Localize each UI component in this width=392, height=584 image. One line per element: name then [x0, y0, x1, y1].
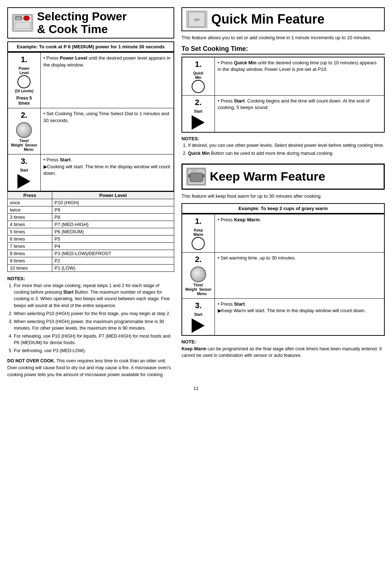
table-row: 1. QuickMin • Press Quick Min until the … — [182, 57, 384, 96]
table-row: 2. Start • Press Start. Cooking begins a… — [182, 95, 384, 132]
kw-step-content-1: • Press Keep Warm. — [215, 214, 384, 253]
table-row: 3 timesP8 — [8, 214, 174, 221]
quick-min-button-icon — [192, 80, 205, 93]
qm-start-icon — [192, 115, 205, 130]
keep-warm-example-box: Example: To keep 2 cups of gravy warm — [181, 203, 385, 214]
svg-rect-4 — [15, 22, 30, 29]
step-num-1: 1. PowerLevel (10 Levels) Press 5 times — [8, 52, 40, 108]
quick-min-notes: NOTES: If desired, you can use other pow… — [181, 136, 385, 157]
selecting-power-title: Selecting Power & Cook Time — [37, 10, 127, 36]
list-item: For defrosting, use P3 (MED-LOW). — [14, 347, 174, 354]
page-number: 11 — [7, 386, 385, 391]
keep-warm-icon — [186, 168, 206, 186]
list-item: When selecting P10 (HIGH) power, the max… — [14, 318, 174, 331]
table-row: 7 timesP4 — [8, 243, 174, 250]
qm-notes-list: If desired, you can use other power leve… — [188, 142, 385, 157]
kw-step-num-2: 2. Time/Weight Sensor Menu — [182, 253, 215, 299]
list-item: Quick Min Button can be used to add more… — [188, 150, 385, 157]
table-row: 3. Start • Press Start. ▶Keep Warm will … — [182, 299, 384, 336]
table-row: 6 timesP5 — [8, 235, 174, 243]
page-number-value: 11 — [193, 386, 199, 391]
do-not-cook-label: DO NOT OVER COOK. — [7, 358, 55, 363]
quick-min-header: QM Quick Min Feature — [181, 7, 385, 31]
kw-step-num-1: 1. KeepWarm — [182, 214, 215, 253]
power-table-header-press: Press — [8, 192, 52, 199]
list-item: For more than one stage cooking, repeat … — [14, 282, 174, 309]
step-content-3: • Press Start. ▶Cooking will start. The … — [40, 154, 174, 192]
kw-start-icon — [192, 318, 205, 333]
right-column: QM Quick Min Feature This feature allows… — [181, 7, 385, 359]
svg-text:P8: P8 — [17, 17, 20, 20]
to-set-cooking-time-heading: To Set Cooking Time: — [181, 45, 385, 55]
do-not-cook-section: DO NOT OVER COOK. This oven requires les… — [7, 358, 174, 378]
keep-warm-title: Keep Warm Feature — [210, 169, 325, 184]
notes-title-left: NOTES: — [7, 275, 174, 282]
svg-text:QM: QM — [194, 18, 200, 21]
title-line1: Selecting Power — [37, 10, 127, 23]
table-row: 5 timesP6 (MEDIUM) — [8, 228, 174, 235]
qm-step-content-1: • Press Quick Min until the desired cook… — [215, 57, 384, 96]
keep-warm-intro: This feature will keep food warm for up … — [181, 193, 385, 200]
table-row: 4 timesP7 (MED-HIGH) — [8, 221, 174, 228]
kw-step-content-3: • Press Start. ▶Keep Warm will start. Th… — [215, 299, 384, 336]
quick-min-icon: QM — [186, 10, 208, 28]
steps-table-left: 1. PowerLevel (10 Levels) Press 5 times … — [7, 52, 174, 192]
example-box-left: Example: To cook at P 6 (MEDIUM) power f… — [7, 41, 174, 52]
title-line2: & Cook Time — [37, 23, 127, 36]
notes-list-left: For more than one stage cooking, repeat … — [14, 282, 174, 354]
quick-min-intro: This feature allows you to set or add co… — [181, 34, 385, 41]
table-row: 10 timesP1 (LOW) — [8, 265, 174, 272]
table-row: 2. Time/Weight Sensor Menu • Set Cooking… — [8, 108, 174, 154]
page-container: P8 Selecting Power & Cook Time Example: … — [7, 7, 385, 378]
kw-step-content-2: • Set warming time, up to 30 minutes. — [215, 253, 384, 299]
qm-step-content-2: • Press Start. Cooking begins and the ti… — [215, 95, 384, 132]
notes-left: NOTES: For more than one stage cooking, … — [7, 275, 174, 354]
table-row: 3. Start • Press Start. ▶Cooking will st… — [8, 154, 174, 192]
quick-min-title: Quick Min Feature — [211, 12, 324, 27]
keep-warm-button-icon — [192, 237, 205, 250]
step-num-3: 3. Start — [8, 154, 40, 192]
keep-warm-header: Keep Warm Feature — [181, 164, 385, 190]
list-item: For reheating, use P10 (HIGH) for liquid… — [14, 333, 174, 346]
keep-warm-note: NOTE: Keep Warm can be programmed as the… — [181, 339, 385, 359]
power-table-header-level: Power Level — [52, 192, 174, 199]
selecting-power-header: P8 Selecting Power & Cook Time — [7, 7, 174, 39]
kw-note-title: NOTE: — [181, 339, 196, 345]
list-item: If desired, you can use other power leve… — [188, 142, 385, 149]
table-row: 2. Time/Weight Sensor Menu • Set warming… — [182, 253, 384, 299]
svg-rect-10 — [188, 174, 190, 177]
kw-step-num-3: 3. Start — [182, 299, 215, 336]
svg-rect-11 — [203, 174, 204, 177]
selecting-power-icon: P8 — [12, 14, 33, 32]
table-row: 1. PowerLevel (10 Levels) Press 5 times … — [8, 52, 174, 108]
table-row: twiceP9 — [8, 206, 174, 214]
left-column: P8 Selecting Power & Cook Time Example: … — [7, 7, 174, 378]
kw-time-dial-icon — [190, 266, 206, 282]
svg-point-3 — [23, 16, 30, 21]
start-icon — [17, 174, 30, 189]
table-row: 8 timesP3 (MED-LOW)/DEFROST — [8, 250, 174, 257]
step-content-1: • Press Power Level until the desired po… — [40, 52, 174, 108]
keep-warm-example-title: Example: To keep 2 cups of gravy warm — [238, 206, 328, 211]
power-level-table: Press Power Level onceP10 (HIGH) twiceP9… — [7, 192, 174, 272]
keep-warm-steps-table: 1. KeepWarm • Press Keep Warm. 2. Time/W — [181, 214, 385, 336]
time-dial-icon — [16, 122, 32, 138]
power-level-icon — [17, 75, 30, 88]
step-num-2: 2. Time/Weight Sensor Menu — [8, 108, 40, 154]
table-row: onceP10 (HIGH) — [8, 199, 174, 206]
step-content-2: • Set Cooking Time, using Time Select Di… — [40, 108, 174, 154]
qm-step-num-2: 2. Start — [182, 95, 215, 132]
quick-min-steps-table: 1. QuickMin • Press Quick Min until the … — [181, 57, 385, 133]
qm-step-num-1: 1. QuickMin — [182, 57, 215, 96]
table-row: 1. KeepWarm • Press Keep Warm. — [182, 214, 384, 253]
list-item: When selecting P10 (HIGH) power for the … — [14, 310, 174, 317]
example-title-left: Example: To cook at P 6 (MEDIUM) power f… — [17, 44, 165, 49]
press-5-times: Press 5 times — [11, 96, 37, 106]
qm-notes-title: NOTES: — [181, 136, 385, 142]
table-row: 9 timesP2 — [8, 257, 174, 265]
svg-rect-9 — [190, 173, 203, 182]
